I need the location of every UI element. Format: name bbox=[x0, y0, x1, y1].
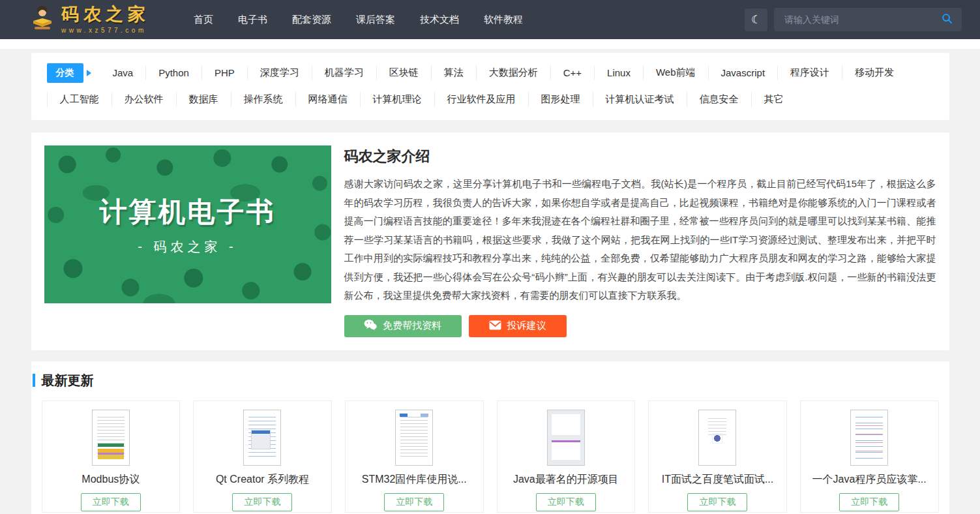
book-card: Modbus协议 立即下载 bbox=[42, 401, 181, 513]
category-database[interactable]: 数据库 bbox=[176, 92, 231, 107]
site-title: 码农之家 bbox=[61, 6, 150, 23]
site-url: www.xz577.com bbox=[61, 27, 150, 34]
intro-title: 码农之家介绍 bbox=[344, 147, 936, 166]
navbar-right: ☾ bbox=[745, 8, 962, 31]
category-panel: 分类 Java Python PHP 深度学习 机器学习 区块链 算法 大数据分… bbox=[31, 53, 949, 120]
category-deep-learning[interactable]: 深度学习 bbox=[248, 65, 312, 80]
book-thumbnail[interactable] bbox=[850, 410, 888, 466]
category-python[interactable]: Python bbox=[146, 66, 202, 80]
nav-item-resources[interactable]: 配套资源 bbox=[283, 8, 340, 32]
book-thumbnail[interactable] bbox=[243, 410, 281, 466]
section-accent-bar bbox=[33, 374, 35, 387]
book-title[interactable]: 一个Java程序员应该掌... bbox=[801, 473, 938, 487]
category-machine-learning[interactable]: 机器学习 bbox=[312, 65, 377, 80]
moon-icon: ☾ bbox=[751, 14, 761, 26]
find-materials-button[interactable]: 免费帮找资料 bbox=[344, 315, 462, 337]
category-industry-software[interactable]: 行业软件及应用 bbox=[434, 92, 528, 107]
category-big-data[interactable]: 大数据分析 bbox=[477, 65, 551, 80]
book-title[interactable]: Modbus协议 bbox=[42, 473, 180, 487]
download-button[interactable]: 立即下载 bbox=[232, 493, 292, 511]
category-graphics[interactable]: 图形处理 bbox=[528, 92, 593, 107]
nav-item-answers[interactable]: 课后答案 bbox=[347, 8, 404, 32]
book-card: 一个Java程序员应该掌... 立即下载 bbox=[800, 401, 939, 513]
search-button[interactable] bbox=[939, 12, 955, 27]
download-button[interactable]: 立即下载 bbox=[536, 493, 596, 511]
nav-item-ebooks[interactable]: 电子书 bbox=[229, 8, 276, 32]
category-java[interactable]: Java bbox=[100, 66, 147, 80]
book-card: STM32固件库使用说... 立即下载 bbox=[345, 401, 484, 513]
category-blockchain[interactable]: 区块链 bbox=[377, 65, 432, 80]
book-thumbnail[interactable] bbox=[698, 410, 736, 466]
ebook-banner-image[interactable]: 计算机电子书 - 码农之家 - bbox=[44, 145, 331, 303]
search-box bbox=[774, 8, 962, 31]
category-badge[interactable]: 分类 bbox=[47, 63, 83, 83]
category-algorithms[interactable]: 算法 bbox=[432, 65, 477, 80]
theme-toggle-button[interactable]: ☾ bbox=[745, 8, 767, 31]
book-thumbnail[interactable] bbox=[547, 410, 585, 466]
category-javascript[interactable]: Javascript bbox=[709, 66, 779, 80]
download-button[interactable]: 立即下载 bbox=[687, 493, 747, 511]
category-programming[interactable]: 程序设计 bbox=[778, 65, 842, 80]
nav-item-tutorials[interactable]: 软件教程 bbox=[475, 8, 532, 32]
nav-item-docs[interactable]: 技术文档 bbox=[411, 8, 468, 32]
category-security[interactable]: 信息安全 bbox=[687, 92, 751, 107]
category-linux[interactable]: Linux bbox=[595, 66, 644, 80]
download-button[interactable]: 立即下载 bbox=[384, 493, 444, 511]
book-grid-row-1: Modbus协议 立即下载 Qt Creator 系列教程 立即下载 STM32… bbox=[42, 401, 939, 513]
category-network[interactable]: 网络通信 bbox=[295, 92, 360, 107]
site-logo[interactable]: 码农之家 www.xz577.com bbox=[29, 5, 150, 34]
category-row-2: 人工智能 办公软件 数据库 操作系统 网络通信 计算机理论 行业软件及应用 图形… bbox=[47, 89, 934, 110]
reader-icon bbox=[29, 5, 55, 34]
header-divider-strip bbox=[0, 39, 980, 49]
intro-content: 码农之家介绍 感谢大家访问码农之家，这里分享计算机电子书和一些编程电子文档。我(… bbox=[344, 145, 936, 337]
category-other[interactable]: 其它 bbox=[751, 92, 796, 107]
nav-item-home[interactable]: 首页 bbox=[185, 8, 222, 32]
category-row-1: 分类 Java Python PHP 深度学习 机器学习 区块链 算法 大数据分… bbox=[47, 62, 934, 83]
search-input[interactable] bbox=[783, 14, 939, 25]
complaint-label: 投诉建议 bbox=[507, 320, 546, 332]
book-thumbnail[interactable] bbox=[395, 410, 433, 466]
category-os[interactable]: 操作系统 bbox=[231, 92, 295, 107]
book-title[interactable]: Qt Creator 系列教程 bbox=[194, 473, 331, 487]
book-thumbnail[interactable] bbox=[92, 410, 130, 466]
section-header: 最新更新 bbox=[33, 372, 939, 389]
find-materials-label: 免费帮找资料 bbox=[383, 320, 441, 332]
section-title: 最新更新 bbox=[42, 372, 94, 389]
book-card: Java最著名的开源项目 立即下载 bbox=[497, 401, 636, 513]
complaint-button[interactable]: 投诉建议 bbox=[469, 315, 567, 337]
category-office[interactable]: 办公软件 bbox=[111, 92, 176, 107]
category-cpp[interactable]: C++ bbox=[551, 66, 595, 80]
intro-panel: 计算机电子书 - 码农之家 - 码农之家介绍 感谢大家访问码农之家，这里分享计算… bbox=[31, 132, 949, 350]
intro-buttons: 免费帮找资料 投诉建议 bbox=[344, 315, 936, 337]
category-ai[interactable]: 人工智能 bbox=[47, 92, 111, 107]
category-php[interactable]: PHP bbox=[202, 66, 248, 80]
book-title[interactable]: STM32固件库使用说... bbox=[346, 473, 483, 487]
book-title[interactable]: Java最著名的开源项目 bbox=[497, 473, 635, 487]
category-web-frontend[interactable]: Web前端 bbox=[644, 65, 709, 80]
category-cs-theory[interactable]: 计算机理论 bbox=[360, 92, 434, 107]
latest-section: 最新更新 Modbus协议 立即下载 Qt Creator 系列教程 立即下载 … bbox=[31, 361, 949, 514]
arrow-right-icon bbox=[87, 70, 91, 76]
navbar: 码农之家 www.xz577.com 首页 电子书 配套资源 课后答案 技术文档… bbox=[0, 0, 980, 39]
envelope-icon bbox=[489, 320, 501, 332]
download-button[interactable]: 立即下载 bbox=[81, 493, 141, 511]
download-button[interactable]: 立即下载 bbox=[839, 493, 899, 511]
banner-title: 计算机电子书 bbox=[100, 194, 276, 230]
book-card: IT面试之百度笔试面试... 立即下载 bbox=[648, 401, 787, 513]
banner-subtitle: - 码农之家 - bbox=[138, 238, 237, 256]
intro-paragraph: 感谢大家访问码农之家，这里分享计算机电子书和一些编程电子文档。我(站长)是一个程… bbox=[344, 175, 936, 305]
search-icon bbox=[942, 13, 953, 26]
book-title[interactable]: IT面试之百度笔试面试... bbox=[649, 473, 786, 487]
category-mobile-dev[interactable]: 移动开发 bbox=[842, 65, 906, 80]
book-card: Qt Creator 系列教程 立即下载 bbox=[193, 401, 332, 513]
category-certification[interactable]: 计算机认证考试 bbox=[593, 92, 687, 107]
wechat-icon bbox=[364, 319, 377, 333]
main-nav: 首页 电子书 配套资源 课后答案 技术文档 软件教程 bbox=[181, 8, 535, 32]
